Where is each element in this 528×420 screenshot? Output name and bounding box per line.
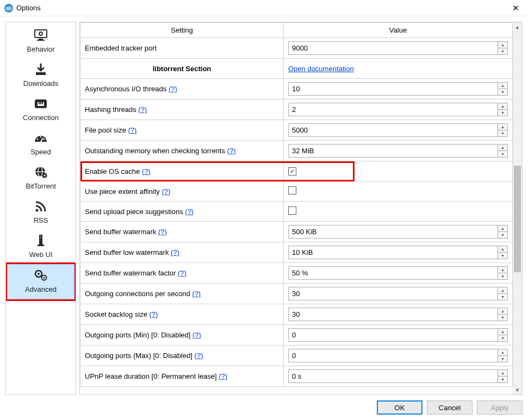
- spin-value[interactable]: 0: [289, 349, 498, 362]
- spin-arrows[interactable]: ▲▼: [498, 370, 507, 383]
- spin-value[interactable]: 5000: [289, 124, 498, 136]
- spin-arrows[interactable]: ▲▼: [498, 145, 507, 157]
- spin-up-icon[interactable]: ▲: [498, 287, 507, 294]
- open-documentation-link[interactable]: Open documentation: [288, 65, 354, 73]
- help-link[interactable]: (?): [195, 352, 203, 360]
- apply-button[interactable]: Apply: [477, 400, 523, 415]
- spin-arrows[interactable]: ▲▼: [498, 287, 507, 300]
- spin-value[interactable]: 0: [289, 329, 498, 341]
- cancel-button[interactable]: Cancel: [427, 400, 473, 415]
- spin-up-icon[interactable]: ▲: [498, 308, 507, 315]
- spin-value[interactable]: 30: [289, 308, 498, 321]
- scrollbar-thumb[interactable]: [514, 166, 521, 272]
- spin-value[interactable]: 10 KiB: [289, 246, 498, 259]
- help-link[interactable]: (?): [142, 167, 151, 175]
- help-link[interactable]: (?): [128, 126, 136, 134]
- spin-arrows[interactable]: ▲▼: [498, 124, 507, 136]
- spin-input[interactable]: 50 %▲▼: [288, 266, 508, 280]
- spin-down-icon[interactable]: ▼: [498, 356, 507, 362]
- sidebar-item-webui[interactable]: Web UI: [7, 230, 74, 264]
- spin-input[interactable]: 0 s▲▼: [288, 369, 508, 383]
- spin-arrows[interactable]: ▲▼: [498, 225, 507, 238]
- spin-down-icon[interactable]: ▼: [498, 130, 507, 136]
- spin-input[interactable]: 32 MiB▲▼: [288, 144, 508, 158]
- spin-input[interactable]: 30▲▼: [288, 287, 508, 300]
- spin-value[interactable]: 50 %: [289, 267, 498, 279]
- spin-arrows[interactable]: ▲▼: [498, 246, 507, 259]
- spin-down-icon[interactable]: ▼: [498, 315, 507, 321]
- ok-button[interactable]: OK: [377, 400, 423, 415]
- spin-input[interactable]: 9000▲▼: [288, 41, 508, 55]
- spin-up-icon[interactable]: ▲: [498, 349, 507, 356]
- help-link[interactable]: (?): [158, 228, 167, 236]
- spin-down-icon[interactable]: ▼: [498, 89, 507, 95]
- spin-value[interactable]: 32 MiB: [289, 145, 498, 157]
- help-link[interactable]: (?): [138, 105, 147, 114]
- spin-up-icon[interactable]: ▲: [498, 103, 507, 110]
- spin-input[interactable]: 10 KiB▲▼: [288, 246, 508, 259]
- spin-input[interactable]: 10▲▼: [288, 82, 508, 96]
- checkbox[interactable]: [288, 206, 296, 215]
- spin-arrows[interactable]: ▲▼: [498, 329, 507, 341]
- help-link[interactable]: (?): [227, 147, 236, 155]
- spin-down-icon[interactable]: ▼: [498, 377, 507, 383]
- spin-up-icon[interactable]: ▲: [498, 329, 507, 335]
- spin-up-icon[interactable]: ▲: [498, 267, 507, 273]
- spin-input[interactable]: 500 KiB▲▼: [288, 225, 508, 239]
- spin-arrows[interactable]: ▲▼: [498, 83, 507, 95]
- sidebar-item-rss[interactable]: RSS: [7, 196, 74, 230]
- spin-input[interactable]: 30▲▼: [288, 308, 508, 321]
- spin-down-icon[interactable]: ▼: [498, 273, 507, 279]
- scroll-down-icon[interactable]: ▼: [513, 385, 522, 394]
- sidebar-item-speed[interactable]: Speed: [7, 127, 74, 161]
- help-link[interactable]: (?): [192, 331, 201, 339]
- vertical-scrollbar[interactable]: ▲ ▼: [513, 22, 522, 394]
- spin-arrows[interactable]: ▲▼: [498, 42, 507, 54]
- spin-input[interactable]: 5000▲▼: [288, 123, 508, 137]
- help-link[interactable]: (?): [178, 269, 187, 277]
- spin-up-icon[interactable]: ▲: [498, 145, 507, 151]
- spin-arrows[interactable]: ▲▼: [498, 308, 507, 321]
- help-link[interactable]: (?): [169, 85, 177, 93]
- spin-arrows[interactable]: ▲▼: [498, 103, 507, 116]
- scroll-up-icon[interactable]: ▲: [513, 22, 522, 32]
- spin-value[interactable]: 10: [289, 83, 498, 95]
- sidebar-item-connection[interactable]: Connection: [7, 93, 74, 127]
- spin-up-icon[interactable]: ▲: [498, 225, 507, 232]
- spin-value[interactable]: 500 KiB: [289, 225, 498, 238]
- spin-down-icon[interactable]: ▼: [498, 232, 507, 238]
- help-link[interactable]: (?): [219, 372, 227, 380]
- help-link[interactable]: (?): [192, 290, 201, 298]
- spin-down-icon[interactable]: ▼: [498, 151, 507, 157]
- close-icon[interactable]: ✕: [508, 2, 524, 14]
- spin-up-icon[interactable]: ▲: [498, 370, 507, 377]
- spin-up-icon[interactable]: ▲: [498, 246, 507, 253]
- spin-input[interactable]: 2▲▼: [288, 103, 508, 116]
- spin-down-icon[interactable]: ▼: [498, 253, 507, 259]
- spin-value[interactable]: 2: [289, 103, 498, 116]
- spin-down-icon[interactable]: ▼: [498, 48, 507, 54]
- spin-down-icon[interactable]: ▼: [498, 335, 507, 341]
- help-link[interactable]: (?): [161, 187, 170, 196]
- spin-value[interactable]: 30: [289, 287, 498, 300]
- help-link[interactable]: (?): [150, 310, 158, 318]
- column-header-setting[interactable]: Setting: [80, 23, 284, 38]
- sidebar-item-bittorrent[interactable]: BitTorrent: [7, 161, 74, 196]
- spin-up-icon[interactable]: ▲: [498, 124, 507, 130]
- checkbox[interactable]: ✓: [288, 167, 296, 175]
- spin-down-icon[interactable]: ▼: [498, 110, 507, 116]
- help-link[interactable]: (?): [185, 208, 194, 216]
- sidebar-item-downloads[interactable]: Downloads: [7, 59, 74, 93]
- spin-arrows[interactable]: ▲▼: [498, 349, 507, 362]
- spin-input[interactable]: 0▲▼: [288, 349, 508, 362]
- sidebar-item-advanced[interactable]: Advanced: [7, 264, 74, 299]
- spin-up-icon[interactable]: ▲: [498, 83, 507, 89]
- spin-value[interactable]: 0 s: [289, 370, 498, 383]
- spin-input[interactable]: 0▲▼: [288, 328, 508, 342]
- sidebar-item-behavior[interactable]: Behavior: [7, 24, 74, 59]
- checkbox[interactable]: [288, 186, 296, 195]
- spin-arrows[interactable]: ▲▼: [498, 267, 507, 279]
- spin-down-icon[interactable]: ▼: [498, 294, 507, 300]
- scrollbar-track[interactable]: [513, 32, 522, 385]
- spin-value[interactable]: 9000: [289, 42, 498, 54]
